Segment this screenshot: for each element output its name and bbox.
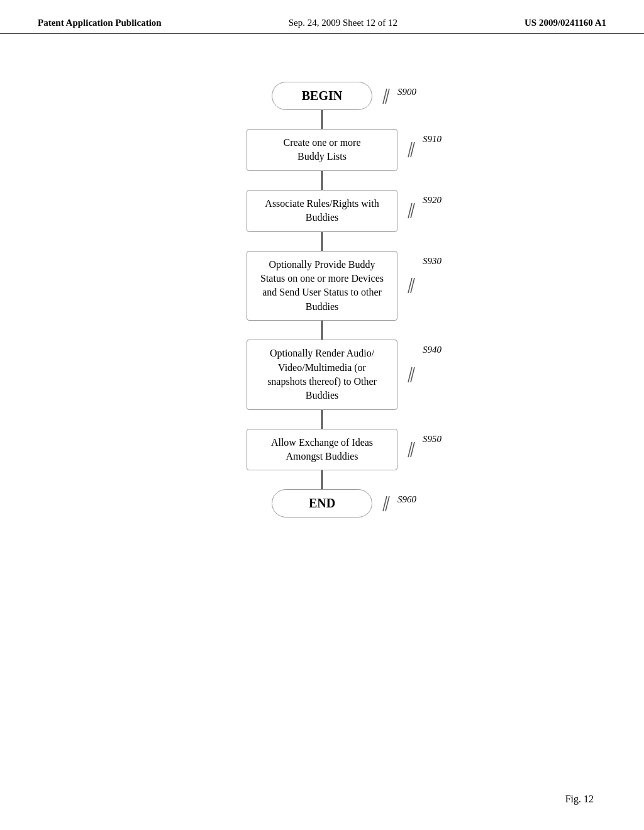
connector-4 xyxy=(321,321,323,340)
label-s960: S960 xyxy=(397,494,416,505)
step-s940: S940 Optionally Render Audio/Video/Multi… xyxy=(247,340,397,410)
page-header: Patent Application Publication Sep. 24, … xyxy=(0,0,644,34)
label-s920: S920 xyxy=(423,195,441,206)
begin-text: BEGIN xyxy=(302,89,342,102)
patent-number-label: US 2009/0241160 A1 xyxy=(525,18,606,28)
connector-1 xyxy=(321,110,323,129)
label-s950: S950 xyxy=(423,434,441,445)
step-mark-s930 xyxy=(403,277,417,294)
step-mark-s960 xyxy=(378,495,392,512)
connector-3 xyxy=(321,232,323,251)
step-s910: S910 Create one or moreBuddy Lists xyxy=(247,129,397,171)
step-mark-s920 xyxy=(403,202,417,219)
connector-6 xyxy=(321,470,323,489)
publication-label: Patent Application Publication xyxy=(38,18,162,28)
begin-oval: BEGIN xyxy=(272,82,372,110)
step-s900: S900 BEGIN xyxy=(272,82,372,110)
step-mark-s950 xyxy=(403,441,417,458)
box-s930: Optionally Provide BuddyStatus on one or… xyxy=(247,251,397,321)
step-mark-s910 xyxy=(403,141,417,158)
label-s900: S900 xyxy=(397,87,416,97)
text-s940: Optionally Render Audio/Video/Multimedia… xyxy=(267,348,377,401)
text-s930: Optionally Provide BuddyStatus on one or… xyxy=(260,259,384,312)
connector-5 xyxy=(321,410,323,429)
text-s910: Create one or moreBuddy Lists xyxy=(283,137,360,162)
box-s920: Associate Rules/Rights withBuddies xyxy=(247,190,397,232)
step-s950: S950 Allow Exchange of IdeasAmongst Budd… xyxy=(247,429,397,471)
label-s940: S940 xyxy=(423,345,441,355)
step-mark-s900 xyxy=(378,87,392,105)
end-text: END xyxy=(309,496,335,510)
figure-label: Fig. 12 xyxy=(565,794,594,805)
step-mark-s940 xyxy=(403,366,417,384)
box-s950: Allow Exchange of IdeasAmongst Buddies xyxy=(247,429,397,471)
end-oval: END xyxy=(272,489,372,517)
connector-2 xyxy=(321,171,323,190)
text-s950: Allow Exchange of IdeasAmongst Buddies xyxy=(271,437,373,462)
box-s940: Optionally Render Audio/Video/Multimedia… xyxy=(247,340,397,410)
text-s920: Associate Rules/Rights withBuddies xyxy=(265,198,379,223)
label-s930: S930 xyxy=(423,256,441,267)
flowchart: S900 BEGIN S910 Create one or moreBuddy … xyxy=(0,75,644,517)
label-s910: S910 xyxy=(423,134,441,145)
step-s920: S920 Associate Rules/Rights withBuddies xyxy=(247,190,397,232)
step-s930: S930 Optionally Provide BuddyStatus on o… xyxy=(247,251,397,321)
date-sheet-label: Sep. 24, 2009 Sheet 12 of 12 xyxy=(289,18,397,28)
box-s910: Create one or moreBuddy Lists xyxy=(247,129,397,171)
step-s960: S960 END xyxy=(272,489,372,517)
